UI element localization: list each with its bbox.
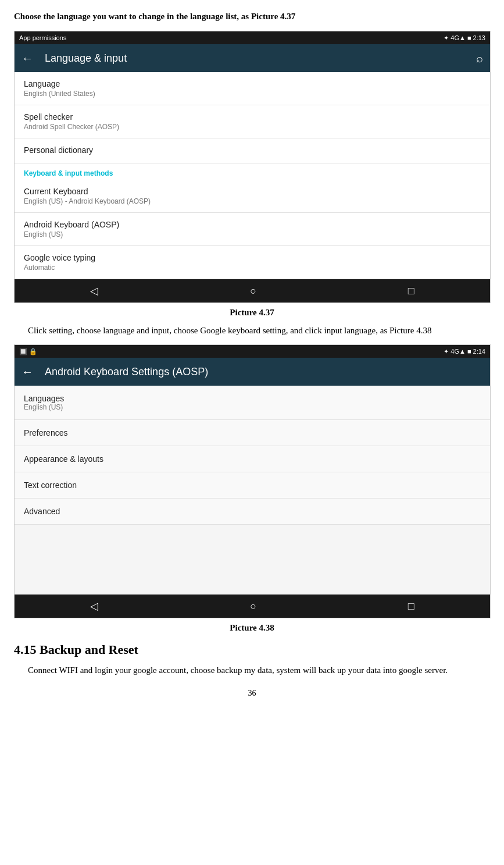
nav-recent-icon-1[interactable]: □ — [408, 285, 414, 297]
nav-bar-1: ◁ ○ □ — [15, 279, 490, 302]
app-bar-title-2: Android Keyboard Settings (AOSP) — [45, 366, 483, 378]
search-icon-1[interactable]: ⌕ — [476, 52, 483, 65]
nav-recent-icon-2[interactable]: □ — [408, 600, 414, 613]
settings-list-2: Languages English (US) Preferences Appea… — [15, 386, 490, 595]
item-title-appearance: Appearance & layouts — [24, 454, 481, 464]
item-title-spell: Spell checker — [24, 112, 481, 122]
item-subtitle-spell: Android Spell Checker (AOSP) — [24, 123, 481, 131]
status-time-signal-2: ✦ 4G▲ ■ 2:14 — [444, 348, 485, 355]
item-title-text-correction: Text correction — [24, 480, 481, 490]
empty-area — [15, 525, 490, 595]
item-title-language: Language — [24, 79, 481, 88]
item-subtitle-language: English (United States) — [24, 90, 481, 98]
settings-item-personal-dict[interactable]: Personal dictionary — [15, 138, 490, 163]
item-title-preferences: Preferences — [24, 428, 481, 437]
settings-item-advanced[interactable]: Advanced — [15, 499, 490, 525]
settings-list-1: Language English (United States) Spell c… — [15, 72, 490, 279]
page-number: 36 — [14, 689, 490, 698]
screenshot-language-input: App permissions ✦ 4G▲ ■ 2:13 ← Language … — [14, 31, 491, 303]
screenshot-keyboard-settings: 🔲 🔒 ✦ 4G▲ ■ 2:14 ← Android Keyboard Sett… — [14, 344, 491, 618]
section-header-keyboard: Keyboard & input methods — [15, 163, 490, 180]
nav-bar-2: ◁ ○ □ — [15, 595, 490, 618]
item-title-voice: Google voice typing — [24, 253, 481, 262]
status-bar-left-1: App permissions — [19, 34, 66, 41]
item-title-languages: Languages — [24, 394, 481, 403]
caption-2: Picture 4.38 — [14, 623, 490, 633]
caption-1: Picture 4.37 — [14, 308, 490, 318]
item-subtitle-voice: Automatic — [24, 264, 481, 272]
item-title-advanced: Advanced — [24, 507, 481, 516]
settings-item-current-keyboard[interactable]: Current Keyboard English (US) - Android … — [15, 180, 490, 213]
back-button-1[interactable]: ← — [22, 52, 33, 65]
app-bar-1: ← Language & input ⌕ — [15, 44, 490, 72]
app-bar-2: ← Android Keyboard Settings (AOSP) — [15, 358, 490, 386]
settings-item-voice-typing[interactable]: Google voice typing Automatic — [15, 246, 490, 279]
settings-item-language[interactable]: Language English (United States) — [15, 72, 490, 105]
settings-item-text-correction[interactable]: Text correction — [15, 472, 490, 499]
item-subtitle-android-kb: English (US) — [24, 230, 481, 239]
item-subtitle-languages: English (US) — [24, 403, 481, 411]
settings-item-languages[interactable]: Languages English (US) — [15, 386, 490, 420]
status-bar-right-2: ✦ 4G▲ ■ 2:14 — [444, 348, 485, 355]
item-title-personal: Personal dictionary — [24, 145, 481, 155]
nav-back-icon-2[interactable]: ◁ — [90, 600, 98, 613]
nav-home-icon-2[interactable]: ○ — [250, 600, 256, 613]
settings-item-appearance[interactable]: Appearance & layouts — [15, 446, 490, 472]
status-bar-left-2: 🔲 🔒 — [19, 348, 37, 355]
settings-item-preferences[interactable]: Preferences — [15, 420, 490, 446]
settings-item-spell-checker[interactable]: Spell checker Android Spell Checker (AOS… — [15, 105, 490, 138]
settings-item-android-kb[interactable]: Android Keyboard (AOSP) English (US) — [15, 213, 490, 246]
app-bar-title-1: Language & input — [45, 52, 476, 65]
back-button-2[interactable]: ← — [22, 365, 33, 379]
intro-heading: Choose the language you want to change i… — [14, 10, 490, 23]
nav-home-icon-1[interactable]: ○ — [250, 285, 256, 297]
item-title-current-kb: Current Keyboard — [24, 187, 481, 196]
status-time-signal-1: ✦ 4G▲ ■ 2:13 — [444, 34, 485, 42]
item-subtitle-current-kb: English (US) - Android Keyboard (AOSP) — [24, 197, 481, 205]
section-heading-backup: 4.15 Backup and Reset — [14, 642, 490, 657]
nav-back-icon-1[interactable]: ◁ — [90, 284, 98, 297]
body-para-1: Click setting, choose language and input… — [28, 323, 490, 337]
status-bar-right-1: ✦ 4G▲ ■ 2:13 — [444, 34, 485, 42]
status-bar-1: App permissions ✦ 4G▲ ■ 2:13 — [15, 31, 490, 44]
item-title-android-kb: Android Keyboard (AOSP) — [24, 220, 481, 229]
status-icons-2: 🔲 🔒 — [19, 348, 37, 355]
body-para-2: Connect WIFI and login your google accou… — [28, 663, 490, 677]
status-bar-2: 🔲 🔒 ✦ 4G▲ ■ 2:14 — [15, 345, 490, 358]
status-app-text: App permissions — [19, 34, 66, 41]
